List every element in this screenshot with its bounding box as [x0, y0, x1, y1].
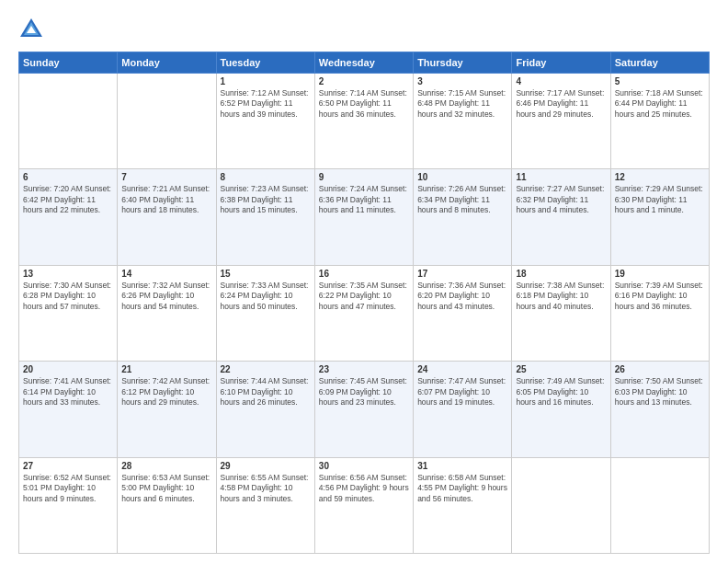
day-number: 1: [221, 76, 311, 86]
day-info: Sunrise: 7:21 AM Sunset: 6:40 PM Dayligh…: [121, 184, 211, 215]
calendar-cell: 9Sunrise: 7:24 AM Sunset: 6:36 PM Daylig…: [314, 169, 413, 265]
calendar-cell: 28Sunrise: 6:53 AM Sunset: 5:00 PM Dayli…: [118, 457, 216, 553]
day-info: Sunrise: 6:53 AM Sunset: 5:00 PM Dayligh…: [121, 473, 211, 504]
day-number: 31: [417, 461, 507, 471]
day-number: 18: [516, 269, 606, 279]
weekday-header-wednesday: Wednesday: [314, 52, 413, 74]
logo: [18, 17, 48, 42]
day-number: 8: [221, 172, 311, 182]
day-info: Sunrise: 7:24 AM Sunset: 6:36 PM Dayligh…: [319, 184, 409, 215]
day-info: Sunrise: 6:55 AM Sunset: 4:58 PM Dayligh…: [221, 473, 311, 504]
calendar-cell: 5Sunrise: 7:18 AM Sunset: 6:44 PM Daylig…: [610, 74, 709, 169]
day-info: Sunrise: 7:41 AM Sunset: 6:14 PM Dayligh…: [23, 376, 113, 408]
calendar-cell: 18Sunrise: 7:38 AM Sunset: 6:18 PM Dayli…: [512, 265, 610, 361]
day-info: Sunrise: 7:36 AM Sunset: 6:20 PM Dayligh…: [417, 281, 507, 312]
day-info: Sunrise: 7:39 AM Sunset: 6:16 PM Dayligh…: [615, 281, 705, 312]
day-info: Sunrise: 7:29 AM Sunset: 6:30 PM Dayligh…: [615, 184, 705, 215]
day-info: Sunrise: 7:12 AM Sunset: 6:52 PM Dayligh…: [221, 88, 311, 120]
day-number: 22: [221, 364, 311, 374]
calendar-cell: 6Sunrise: 7:20 AM Sunset: 6:42 PM Daylig…: [19, 169, 118, 265]
day-info: Sunrise: 6:58 AM Sunset: 4:55 PM Dayligh…: [417, 473, 507, 504]
calendar-cell: 15Sunrise: 7:33 AM Sunset: 6:24 PM Dayli…: [216, 265, 314, 361]
day-number: 7: [121, 172, 211, 182]
weekday-header-sunday: Sunday: [19, 52, 118, 74]
day-number: 10: [417, 172, 507, 182]
day-info: Sunrise: 7:20 AM Sunset: 6:42 PM Dayligh…: [23, 184, 113, 215]
day-number: 16: [319, 269, 409, 279]
day-info: Sunrise: 7:47 AM Sunset: 6:07 PM Dayligh…: [417, 376, 507, 408]
weekday-header-saturday: Saturday: [610, 52, 709, 74]
day-info: Sunrise: 7:49 AM Sunset: 6:05 PM Dayligh…: [516, 376, 606, 408]
day-number: 26: [615, 364, 705, 374]
day-number: 25: [516, 364, 606, 374]
day-info: Sunrise: 7:45 AM Sunset: 6:09 PM Dayligh…: [319, 376, 409, 408]
calendar-week-row: 20Sunrise: 7:41 AM Sunset: 6:14 PM Dayli…: [19, 362, 710, 457]
page: SundayMondayTuesdayWednesdayThursdayFrid…: [0, 0, 728, 563]
calendar-cell: 29Sunrise: 6:55 AM Sunset: 4:58 PM Dayli…: [216, 457, 314, 553]
day-number: 19: [615, 269, 705, 279]
calendar-cell: 26Sunrise: 7:50 AM Sunset: 6:03 PM Dayli…: [610, 362, 709, 457]
calendar-cell: 24Sunrise: 7:47 AM Sunset: 6:07 PM Dayli…: [414, 362, 512, 457]
calendar-cell: 7Sunrise: 7:21 AM Sunset: 6:40 PM Daylig…: [118, 169, 216, 265]
calendar-week-row: 6Sunrise: 7:20 AM Sunset: 6:42 PM Daylig…: [19, 169, 710, 265]
calendar-cell: 17Sunrise: 7:36 AM Sunset: 6:20 PM Dayli…: [414, 265, 512, 361]
day-number: 23: [319, 364, 409, 374]
day-number: 11: [516, 172, 606, 182]
day-number: 3: [417, 76, 507, 86]
calendar-cell: 4Sunrise: 7:17 AM Sunset: 6:46 PM Daylig…: [512, 74, 610, 169]
day-info: Sunrise: 6:56 AM Sunset: 4:56 PM Dayligh…: [319, 473, 409, 504]
day-info: Sunrise: 7:33 AM Sunset: 6:24 PM Dayligh…: [221, 281, 311, 312]
weekday-header-row: SundayMondayTuesdayWednesdayThursdayFrid…: [19, 52, 710, 74]
calendar-cell: 8Sunrise: 7:23 AM Sunset: 6:38 PM Daylig…: [216, 169, 314, 265]
logo-icon: [18, 17, 44, 42]
day-number: 6: [23, 172, 113, 182]
day-number: 24: [417, 364, 507, 374]
weekday-header-friday: Friday: [512, 52, 610, 74]
calendar-cell: [118, 74, 216, 169]
calendar-cell: 2Sunrise: 7:14 AM Sunset: 6:50 PM Daylig…: [314, 74, 413, 169]
calendar-cell: 10Sunrise: 7:26 AM Sunset: 6:34 PM Dayli…: [414, 169, 512, 265]
day-number: 5: [615, 76, 705, 86]
calendar-cell: 14Sunrise: 7:32 AM Sunset: 6:26 PM Dayli…: [118, 265, 216, 361]
day-number: 28: [121, 461, 211, 471]
calendar-cell: 25Sunrise: 7:49 AM Sunset: 6:05 PM Dayli…: [512, 362, 610, 457]
day-number: 4: [516, 76, 606, 86]
calendar-cell: 30Sunrise: 6:56 AM Sunset: 4:56 PM Dayli…: [314, 457, 413, 553]
day-number: 29: [221, 461, 311, 471]
calendar-cell: 3Sunrise: 7:15 AM Sunset: 6:48 PM Daylig…: [414, 74, 512, 169]
weekday-header-tuesday: Tuesday: [216, 52, 314, 74]
day-info: Sunrise: 7:42 AM Sunset: 6:12 PM Dayligh…: [121, 376, 211, 408]
calendar-week-row: 1Sunrise: 7:12 AM Sunset: 6:52 PM Daylig…: [19, 74, 710, 169]
day-number: 27: [23, 461, 113, 471]
header: [18, 17, 710, 42]
day-number: 30: [319, 461, 409, 471]
day-number: 9: [319, 172, 409, 182]
day-info: Sunrise: 7:17 AM Sunset: 6:46 PM Dayligh…: [516, 88, 606, 120]
day-info: Sunrise: 6:52 AM Sunset: 5:01 PM Dayligh…: [23, 473, 113, 504]
calendar-cell: 16Sunrise: 7:35 AM Sunset: 6:22 PM Dayli…: [314, 265, 413, 361]
day-info: Sunrise: 7:23 AM Sunset: 6:38 PM Dayligh…: [221, 184, 311, 215]
calendar-cell: 21Sunrise: 7:42 AM Sunset: 6:12 PM Dayli…: [118, 362, 216, 457]
day-info: Sunrise: 7:26 AM Sunset: 6:34 PM Dayligh…: [417, 184, 507, 215]
calendar-cell: 23Sunrise: 7:45 AM Sunset: 6:09 PM Dayli…: [314, 362, 413, 457]
day-number: 12: [615, 172, 705, 182]
calendar-week-row: 13Sunrise: 7:30 AM Sunset: 6:28 PM Dayli…: [19, 265, 710, 361]
day-number: 13: [23, 269, 113, 279]
calendar-cell: 27Sunrise: 6:52 AM Sunset: 5:01 PM Dayli…: [19, 457, 118, 553]
calendar-cell: 13Sunrise: 7:30 AM Sunset: 6:28 PM Dayli…: [19, 265, 118, 361]
calendar-cell: 20Sunrise: 7:41 AM Sunset: 6:14 PM Dayli…: [19, 362, 118, 457]
day-info: Sunrise: 7:27 AM Sunset: 6:32 PM Dayligh…: [516, 184, 606, 215]
calendar-table: SundayMondayTuesdayWednesdayThursdayFrid…: [18, 52, 710, 554]
weekday-header-monday: Monday: [118, 52, 216, 74]
calendar-cell: 31Sunrise: 6:58 AM Sunset: 4:55 PM Dayli…: [414, 457, 512, 553]
day-number: 14: [121, 269, 211, 279]
day-info: Sunrise: 7:30 AM Sunset: 6:28 PM Dayligh…: [23, 281, 113, 312]
day-number: 2: [319, 76, 409, 86]
calendar-cell: 22Sunrise: 7:44 AM Sunset: 6:10 PM Dayli…: [216, 362, 314, 457]
day-number: 17: [417, 269, 507, 279]
day-info: Sunrise: 7:35 AM Sunset: 6:22 PM Dayligh…: [319, 281, 409, 312]
day-number: 15: [221, 269, 311, 279]
day-info: Sunrise: 7:38 AM Sunset: 6:18 PM Dayligh…: [516, 281, 606, 312]
day-info: Sunrise: 7:50 AM Sunset: 6:03 PM Dayligh…: [615, 376, 705, 408]
day-number: 21: [121, 364, 211, 374]
